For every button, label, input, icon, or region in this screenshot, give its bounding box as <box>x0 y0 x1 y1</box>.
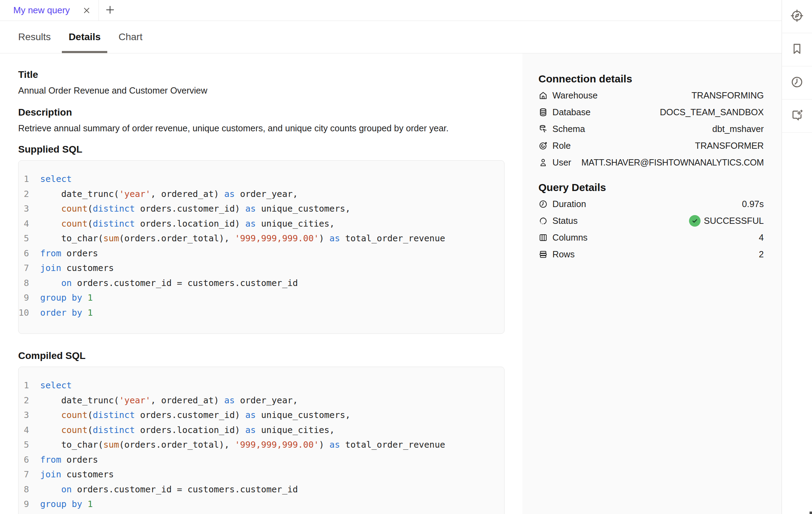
code-line: 1select <box>19 378 504 393</box>
row-label: Duration <box>552 199 586 209</box>
line-number: 5 <box>19 231 40 246</box>
right-icon-toolbar <box>782 0 812 514</box>
code-line: 6from orders <box>19 453 504 468</box>
line-number: 4 <box>19 216 40 232</box>
schema-icon <box>538 124 548 134</box>
row-label: Database <box>552 107 590 117</box>
corner-artifact <box>810 512 812 514</box>
query-details-heading: Query Details <box>538 181 764 194</box>
row-value: 4 <box>759 233 764 243</box>
compass-icon <box>790 9 804 24</box>
code-line: 7join customers <box>19 261 504 276</box>
code-line: 8 on orders.customer_id = customers.cust… <box>19 482 504 497</box>
table-row: Role TRANSFORMER <box>538 137 764 154</box>
line-number: 7 <box>19 467 40 482</box>
line-number: 1 <box>19 378 40 393</box>
line-number: 10 <box>19 306 40 321</box>
history-button[interactable] <box>782 66 812 100</box>
success-check-icon <box>689 215 701 227</box>
code-line: 5 to_char(sum(orders.order_total), '999,… <box>19 231 504 246</box>
duration-icon <box>538 199 548 209</box>
table-row: Database DOCS_TEAM_SANDBOX <box>538 104 764 120</box>
plus-icon <box>105 5 115 16</box>
tab-results[interactable]: Results <box>12 21 57 53</box>
ai-assistant-button[interactable] <box>782 100 812 133</box>
code-line: 2 date_trunc('year', ordered_at) as orde… <box>19 393 504 408</box>
line-number: 5 <box>19 438 40 453</box>
row-value: dbt_mshaver <box>712 124 764 134</box>
line-number: 3 <box>19 408 40 423</box>
code-line: 2 date_trunc('year', ordered_at) as orde… <box>19 187 504 202</box>
code-line: 1select <box>19 172 504 187</box>
line-number: 9 <box>19 291 40 306</box>
row-label: Columns <box>552 233 588 243</box>
warehouse-icon <box>538 91 548 100</box>
table-row: Warehouse TRANSFORMING <box>538 87 764 104</box>
row-label: Status <box>552 216 578 226</box>
editor-chrome: My new query Results Details <box>0 0 782 514</box>
line-number: 7 <box>19 261 40 276</box>
supplied-sql-code[interactable]: 1select2 date_trunc('year', ordered_at) … <box>18 160 505 334</box>
tab-details[interactable]: Details <box>62 21 107 53</box>
app-window: My new query Results Details <box>0 0 812 514</box>
row-label: Role <box>552 141 571 151</box>
line-number: 1 <box>19 172 40 187</box>
tab-my-new-query[interactable]: My new query <box>0 0 99 21</box>
rows-icon <box>538 250 548 259</box>
status-icon <box>538 216 548 226</box>
code-line: 6from orders <box>19 246 504 261</box>
code-line: 7join customers <box>19 467 504 482</box>
table-row: Duration 0.97s <box>538 196 764 212</box>
description-heading: Description <box>18 107 505 118</box>
compiled-sql-code[interactable]: 1select2 date_trunc('year', ordered_at) … <box>18 367 505 514</box>
line-number: 6 <box>19 246 40 261</box>
title-heading: Title <box>18 69 505 81</box>
bookmark-icon <box>790 42 804 57</box>
code-line: 9group by 1 <box>19 497 504 512</box>
table-row: Schema dbt_mshaver <box>538 120 764 137</box>
explore-button[interactable] <box>782 0 812 33</box>
code-line: 9group by 1 <box>19 291 504 306</box>
description-value: Retrieve annual summary of order revenue… <box>18 123 505 134</box>
history-icon <box>790 75 804 90</box>
tab-details-label: Details <box>68 31 101 43</box>
code-line: 5 to_char(sum(orders.order_total), '999,… <box>19 438 504 453</box>
tab-chart[interactable]: Chart <box>112 21 149 53</box>
line-number: 10 <box>19 512 40 514</box>
table-row: User MATT.SHAVER@FISHTOWNANALYTICS.COM <box>538 154 764 171</box>
query-rows: Duration 0.97s Status <box>538 196 764 263</box>
title-value: Annual Order Revenue and Customer Overvi… <box>18 85 505 96</box>
line-number: 2 <box>19 393 40 408</box>
new-tab-button[interactable] <box>99 0 121 21</box>
line-number: 4 <box>19 423 40 438</box>
tab-chart-label: Chart <box>118 31 142 43</box>
code-line: 3 count(distinct orders.customer_id) as … <box>19 408 504 423</box>
details-main: Title Annual Order Revenue and Customer … <box>0 53 522 514</box>
database-icon <box>538 108 548 117</box>
compiled-sql-heading: Compiled SQL <box>18 350 505 362</box>
line-number: 6 <box>19 453 40 468</box>
code-line: 8 on orders.customer_id = customers.cust… <box>19 276 504 291</box>
table-row: Rows 2 <box>538 246 764 263</box>
close-icon[interactable] <box>82 6 91 15</box>
code-line: 3 count(distinct orders.customer_id) as … <box>19 201 504 216</box>
table-row: Columns 4 <box>538 229 764 246</box>
code-line: 4 count(distinct orders.location_id) as … <box>19 216 504 232</box>
connection-details-heading: Connection details <box>538 72 764 86</box>
row-label: Schema <box>552 124 585 134</box>
supplied-sql-heading: Supplied SQL <box>18 144 505 155</box>
code-line: 4 count(distinct orders.location_id) as … <box>19 423 504 438</box>
row-label: Warehouse <box>552 90 597 101</box>
code-line: 10order by 1 <box>19 306 504 321</box>
connection-rows: Warehouse TRANSFORMING Database DOCS_TEA… <box>538 87 764 171</box>
row-value: 2 <box>759 249 764 259</box>
row-value: TRANSFORMING <box>691 90 764 101</box>
role-icon <box>538 141 548 150</box>
columns-icon <box>538 233 548 242</box>
line-number: 8 <box>19 482 40 497</box>
row-value: 0.97s <box>742 199 764 209</box>
ai-chat-icon <box>790 109 804 123</box>
content-area: Title Annual Order Revenue and Customer … <box>0 53 782 514</box>
details-sidebar: Connection details Warehouse TRANSFORMIN… <box>522 53 782 514</box>
bookmarks-button[interactable] <box>782 33 812 66</box>
